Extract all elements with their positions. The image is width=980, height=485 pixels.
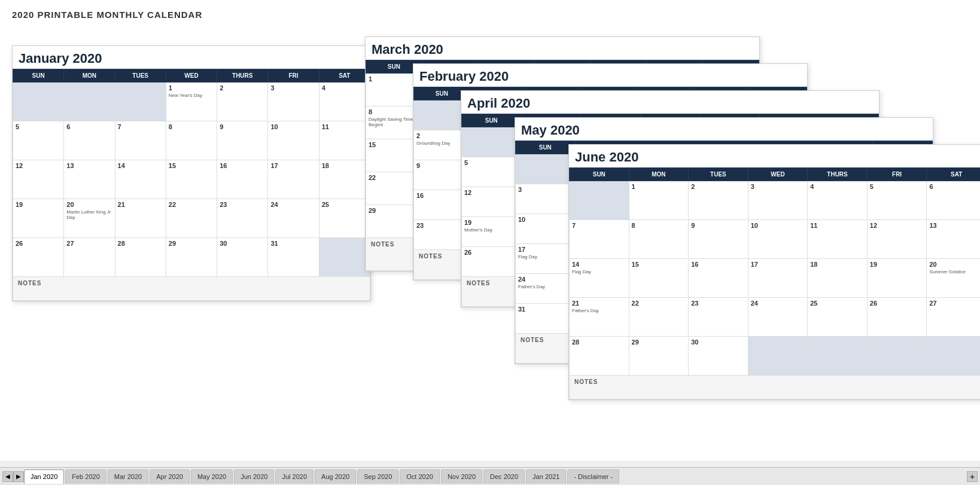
table-row: 14Flag Day [570,259,629,298]
june-table: SUN MON TUES WED THURS FRI SAT 1 2 3 [569,167,980,399]
table-row: 25 [319,199,370,238]
jan-header-thu: THURS [217,69,268,83]
table-row: 29 [166,238,217,277]
jun-header-tue: TUES [689,168,748,181]
may-title: May 2020 [515,118,933,141]
table-row [462,127,522,157]
table-row: 9 [217,121,268,160]
table-row: 5 [867,181,927,220]
tab-aug-2020[interactable]: Aug 2020 [315,469,356,484]
tab-jan-2021[interactable]: Jan 2021 [526,469,566,484]
january-table: SUN MON TUES WED THURS FRI SAT 1New Y [13,69,370,301]
table-row [516,154,576,184]
table-row [927,337,980,376]
table-row: 11 [319,121,370,160]
apr-header-sun: SUN [462,114,522,127]
table-row: 26 [867,298,927,337]
table-row: 20Martin Luther King Jr Day [64,199,115,238]
tab-feb-2020[interactable]: Feb 2020 [65,469,106,484]
table-row: 25 [808,298,868,337]
jan-header-mon: MON [64,69,115,83]
table-row: 15 [629,259,689,298]
table-row: 1New Year's Day [166,83,217,121]
tab-add-button[interactable]: + [967,471,978,482]
tab-sep-2020[interactable]: Sep 2020 [357,469,398,484]
tab-nov-2020[interactable]: Nov 2020 [441,469,482,484]
march-title: March 2020 [366,37,759,60]
april-title: April 2020 [461,91,879,114]
table-row: 4 [808,181,868,220]
table-row: 10 [268,121,319,160]
table-row: 29 [629,337,689,376]
tab-apr-2020[interactable]: Apr 2020 [150,469,190,484]
table-row [115,83,166,121]
page-title: 2020 PRINTABLE MONTHLY CALENDAR [12,10,968,20]
table-row: 10 [748,220,808,259]
tab-bar: ◀ ▶ Jan 2020 Feb 2020 Mar 2020 Apr 2020 … [0,467,980,485]
table-row: 7 [570,220,629,259]
table-row: 17 [268,160,319,199]
june-notes: NOTES [570,376,981,399]
table-row: 28 [115,238,166,277]
tab-mar-2020[interactable]: Mar 2020 [108,469,148,484]
table-row: 6 [64,121,115,160]
tab-jul-2020[interactable]: Jul 2020 [275,469,314,484]
table-row: 26 [13,238,64,277]
table-row: 12 [13,160,64,199]
table-row: 31 [516,304,576,334]
table-row: 13 [927,220,980,259]
tab-oct-2020[interactable]: Oct 2020 [400,469,440,484]
table-row [808,337,868,376]
table-row: 30 [217,238,268,277]
table-row: 11 [808,220,868,259]
table-row: 23 [217,199,268,238]
table-row [867,337,927,376]
table-row [319,238,370,277]
table-row: 22 [629,298,689,337]
jan-header-fri: FRI [268,69,319,83]
tab-jun-2020[interactable]: Jun 2020 [234,469,274,484]
tab-scroll-right[interactable]: ▶ [13,471,24,482]
table-row: 2 [217,83,268,121]
table-row: 14 [115,160,166,199]
jun-header-sun: SUN [570,168,629,181]
jan-header-sun: SUN [13,69,64,83]
tab-scroll-left[interactable]: ◀ [2,471,13,482]
table-row: 20Summer Solstice [927,259,980,298]
jan-header-tue: TUES [115,69,166,83]
table-row [748,337,808,376]
table-row: 15 [166,160,217,199]
table-row: 19 [867,259,927,298]
table-row: 12 [462,187,522,217]
calendar-june: June 2020 SUN MON TUES WED THURS FRI SAT [568,144,980,400]
tab-dec-2020[interactable]: Dec 2020 [483,469,525,484]
jun-header-thu: THURS [808,168,868,181]
may-header-sun: SUN [516,141,576,154]
table-row: 21Father's Day [570,298,629,337]
table-row [13,83,64,121]
table-row: 16 [217,160,268,199]
tab-disclaimer[interactable]: - Disclaimer - [567,469,619,484]
table-row: 27 [927,298,980,337]
table-row: 24 [748,298,808,337]
table-row: 5 [462,157,522,187]
table-row: 22 [166,199,217,238]
june-title: June 2020 [569,145,980,167]
table-row: 17Flag Day [516,244,576,274]
table-row: 26 [462,247,522,277]
table-row: 8 [629,220,689,259]
tab-may-2020[interactable]: May 2020 [191,469,233,484]
table-row: 4 [319,83,370,121]
table-row: 6 [927,181,980,220]
table-row: 5 [13,121,64,160]
jun-header-sat: SAT [927,168,980,181]
table-row: 27 [64,238,115,277]
february-title: February 2020 [413,64,807,87]
table-row: 18 [808,259,868,298]
january-title: January 2020 [13,46,370,69]
table-row: 24 [268,199,319,238]
tab-jan-2020[interactable]: Jan 2020 [24,469,64,484]
jun-header-mon: MON [629,168,689,181]
table-row: 21 [115,199,166,238]
table-row [570,181,629,220]
